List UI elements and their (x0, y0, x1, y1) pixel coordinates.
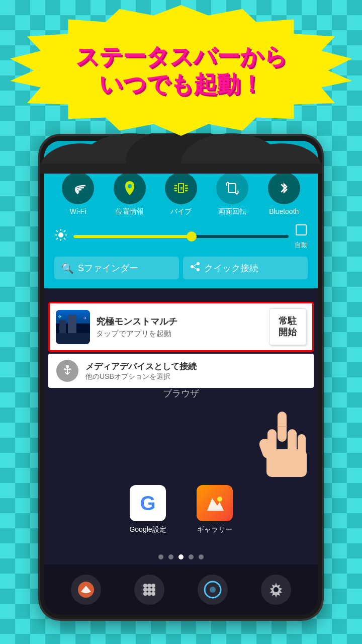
tile-vibrate[interactable]: ≋ バイブ (165, 172, 197, 216)
smoke-decoration (40, 133, 322, 176)
svg-point-16 (143, 592, 147, 596)
gallery-label: ギャラリー (197, 525, 232, 534)
quick-connect-icon (190, 262, 200, 274)
s-finder-label: Sファインダー (78, 262, 138, 274)
svg-point-20 (210, 587, 216, 593)
auto-brightness-btn[interactable]: 自動 (295, 223, 308, 250)
location-tile-icon (114, 172, 146, 204)
svg-point-42 (197, 268, 200, 271)
dock-settings-icon[interactable] (261, 575, 291, 605)
page-dot-4 (189, 554, 194, 559)
app-notification-action[interactable]: 常駐開始 (269, 308, 306, 345)
svg-point-10 (143, 584, 147, 588)
app-dock (44, 565, 318, 615)
starburst-line1: ステータスバーから (75, 43, 287, 70)
dock-browser-icon[interactable] (198, 575, 228, 605)
svg-point-11 (147, 584, 151, 588)
vibrate-tile-icon: ≋ (165, 172, 197, 204)
home-app-google[interactable]: G Google設定 (129, 485, 166, 534)
phone-screen: ブラウザ G Google設定 ギャラリー (44, 141, 318, 615)
svg-line-44 (194, 267, 197, 269)
s-finder-btn[interactable]: 🔍 Sファインダー (54, 257, 179, 279)
notification-area: ✈ ✈ 究極モンストマルチ タップでアプリを起動 常駐開始 (48, 302, 314, 388)
quick-connect-label: クイック接続 (204, 262, 258, 274)
svg-point-41 (197, 262, 200, 265)
page-dot-3 (178, 554, 184, 559)
dock-messages-icon[interactable] (71, 575, 101, 605)
usb-subtitle: 他のUSBオプションを選択 (85, 372, 197, 381)
dock-apps-icon[interactable] (134, 575, 164, 605)
svg-line-43 (194, 264, 197, 266)
svg-point-30 (58, 232, 63, 237)
bluetooth-tile-label: Bluetooth (269, 207, 299, 215)
usb-notification-content: メディアデバイスとして接続 他のUSBオプションを選択 (85, 361, 197, 381)
brightness-thumb (187, 231, 197, 242)
gallery-icon (197, 485, 233, 521)
svg-point-27 (128, 184, 132, 188)
page-dot-5 (199, 554, 204, 559)
brightness-row: 自動 (52, 220, 310, 253)
svg-line-35 (56, 230, 58, 232)
svg-point-17 (147, 592, 151, 596)
location-tile-label: 位置情報 (116, 207, 144, 216)
home-app-gallery[interactable]: ギャラリー (197, 485, 233, 534)
browser-label: ブラウザ (44, 387, 318, 399)
tile-bluetooth[interactable]: Bluetooth (268, 172, 300, 216)
svg-point-18 (151, 592, 155, 596)
svg-point-8 (217, 497, 222, 502)
app-notification-icon: ✈ ✈ (56, 310, 90, 344)
wifi-tile-label: Wi-Fi (70, 207, 86, 215)
vibrate-tile-label: バイブ (170, 207, 192, 216)
app-notification-title: 究極モンストマルチ (96, 315, 263, 328)
page-dots (44, 554, 318, 559)
s-finder-icon: 🔍 (61, 262, 74, 274)
svg-rect-5 (40, 164, 322, 174)
brightness-fill (73, 235, 192, 238)
phone-frame: ブラウザ G Google設定 ギャラリー (40, 136, 322, 619)
brightness-slider[interactable] (73, 235, 289, 238)
google-settings-icon: G (130, 485, 166, 521)
finder-row: 🔍 Sファインダー クイ (52, 253, 310, 283)
svg-point-13 (143, 588, 147, 592)
tile-rotate[interactable]: 画面回転 (216, 172, 248, 216)
usb-icon (56, 360, 78, 382)
starburst-text: ステータスバーから いつでも起動！ (75, 43, 287, 98)
svg-line-36 (64, 238, 65, 239)
page-dot-1 (158, 554, 163, 559)
starburst-line2: いつでも起動！ (75, 70, 287, 98)
rotate-tile-icon (216, 172, 248, 204)
bluetooth-tile-icon (268, 172, 300, 204)
app-notification-content: 究極モンストマルチ タップでアプリを起動 (96, 315, 263, 339)
brightness-icon (54, 228, 67, 245)
svg-point-15 (151, 588, 155, 592)
quick-connect-btn[interactable]: クイック接続 (183, 257, 308, 279)
wifi-tile-icon (62, 172, 94, 204)
quick-tiles-row: Wi-Fi 位置情報 (52, 172, 310, 216)
svg-line-38 (56, 238, 58, 239)
rotate-tile-label: 画面回転 (218, 207, 246, 216)
auto-label: 自動 (295, 240, 308, 250)
page-dot-2 (168, 554, 173, 559)
app-notification-subtitle: タップでアプリを起動 (96, 329, 263, 339)
svg-line-37 (64, 230, 65, 232)
home-app-row: G Google設定 ギャラリー (44, 485, 318, 534)
svg-rect-29 (229, 184, 236, 193)
svg-rect-39 (296, 225, 306, 235)
tile-location[interactable]: 位置情報 (114, 172, 146, 216)
usb-title: メディアデバイスとして接続 (85, 361, 197, 372)
svg-point-12 (151, 584, 155, 588)
usb-notification[interactable]: メディアデバイスとして接続 他のUSBオプションを選択 (48, 354, 314, 388)
svg-point-40 (191, 265, 194, 268)
auto-icon (295, 223, 308, 239)
svg-point-21 (274, 587, 279, 592)
tile-wifi[interactable]: Wi-Fi (62, 172, 94, 216)
google-settings-label: Google設定 (129, 525, 166, 534)
app-notification[interactable]: ✈ ✈ 究極モンストマルチ タップでアプリを起動 常駐開始 (48, 302, 314, 352)
svg-text:≋: ≋ (179, 185, 185, 192)
quick-settings: Wi-Fi 位置情報 (44, 167, 318, 288)
svg-rect-45 (66, 365, 69, 368)
svg-point-14 (147, 588, 151, 592)
